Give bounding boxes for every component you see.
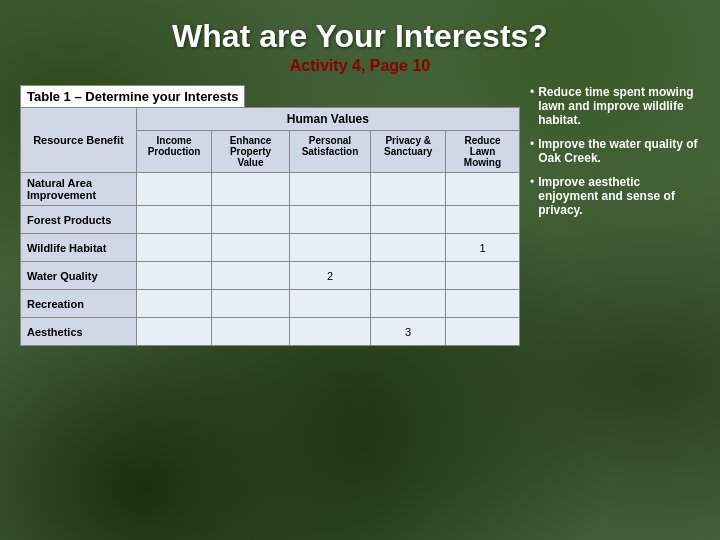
bullet-2: • [530, 175, 534, 189]
cell-0-1 [212, 173, 289, 206]
side-notes: • Reduce time spent mowing lawn and impr… [530, 85, 700, 227]
aesthetic-label: Improve aesthetic enjoyment and sense of… [538, 175, 675, 217]
cell-4-0 [136, 290, 212, 318]
cell-5-0 [136, 318, 212, 346]
side-note-0: • Reduce time spent mowing lawn and impr… [530, 85, 700, 127]
cell-0-3 [371, 173, 446, 206]
cell-1-3 [371, 206, 446, 234]
cell-1-2 [289, 206, 371, 234]
reduce-label: Reduce time spent mowing lawn and improv… [538, 85, 693, 127]
col-header-4: Reduce Lawn Mowing [445, 131, 519, 173]
cell-2-2 [289, 234, 371, 262]
human-values-header: Human Values [136, 108, 519, 131]
cell-4-3 [371, 290, 446, 318]
row-label-0: Natural Area Improvement [21, 173, 137, 206]
interests-table: Resource Benefit Human Values Income Pro… [20, 107, 520, 346]
cell-4-2 [289, 290, 371, 318]
resource-benefit-header: Resource Benefit [21, 108, 137, 173]
col-header-3: Privacy & Sanctuary [371, 131, 446, 173]
main-title: What are Your Interests? [20, 18, 700, 55]
side-note-1: • Improve the water quality of Oak Creek… [530, 137, 700, 165]
cell-4-1 [212, 290, 289, 318]
subtitle: Activity 4, Page 10 [20, 57, 700, 75]
cell-3-1 [212, 262, 289, 290]
side-note-2: • Improve aesthetic enjoyment and sense … [530, 175, 700, 217]
table-title: Table 1 – Determine your Interests [20, 85, 245, 107]
row-label-2: Wildlife Habitat [21, 234, 137, 262]
cell-0-4 [445, 173, 519, 206]
cell-5-1 [212, 318, 289, 346]
bullet-1: • [530, 137, 534, 151]
col-header-0: Income Production [136, 131, 212, 173]
side-note-text-0: Reduce time spent mowing lawn and improv… [538, 85, 700, 127]
cell-3-4 [445, 262, 519, 290]
row-label-5: Aesthetics [21, 318, 137, 346]
table-section: Table 1 – Determine your Interests Resou… [20, 85, 520, 346]
col-header-1: Enhance Property Value [212, 131, 289, 173]
cell-3-2: 2 [289, 262, 371, 290]
cell-1-4 [445, 206, 519, 234]
row-label-3: Water Quality [21, 262, 137, 290]
cell-0-2 [289, 173, 371, 206]
cell-3-0 [136, 262, 212, 290]
side-note-text-1: Improve the water quality of Oak Creek. [538, 137, 700, 165]
cell-2-4: 1 [445, 234, 519, 262]
cell-1-0 [136, 206, 212, 234]
cell-5-2 [289, 318, 371, 346]
side-note-text-2: Improve aesthetic enjoyment and sense of… [538, 175, 700, 217]
cell-2-3 [371, 234, 446, 262]
cell-4-4 [445, 290, 519, 318]
bullet-0: • [530, 85, 534, 99]
cell-0-0 [136, 173, 212, 206]
cell-2-0 [136, 234, 212, 262]
cell-2-1 [212, 234, 289, 262]
cell-5-3: 3 [371, 318, 446, 346]
improve-label: Improve the water quality of Oak Creek. [538, 137, 697, 165]
row-label-4: Recreation [21, 290, 137, 318]
col-header-2: Personal Satisfaction [289, 131, 371, 173]
cell-5-4 [445, 318, 519, 346]
row-label-1: Forest Products [21, 206, 137, 234]
cell-3-3 [371, 262, 446, 290]
cell-1-1 [212, 206, 289, 234]
